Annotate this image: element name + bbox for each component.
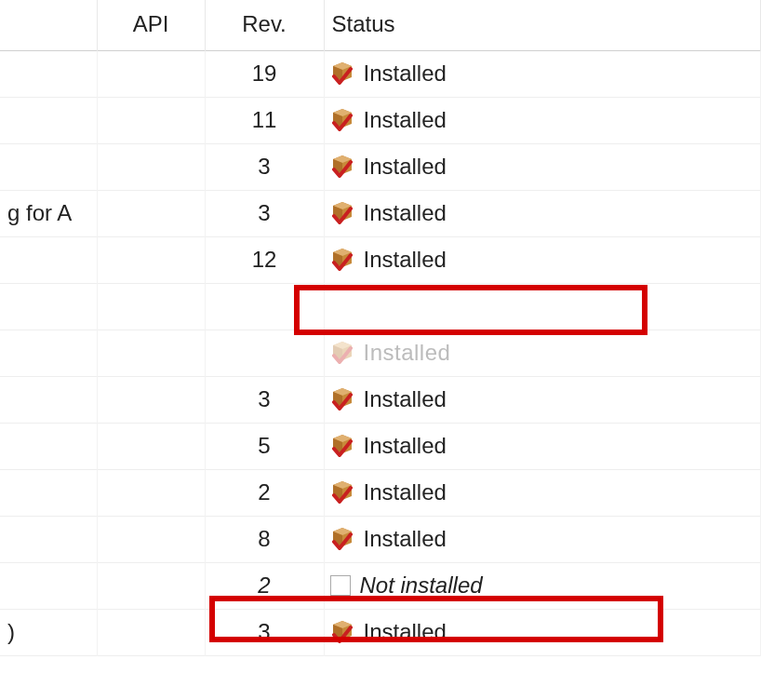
- cell-name: [0, 516, 97, 562]
- installed-icon: [330, 435, 354, 457]
- cell-api: [97, 516, 205, 562]
- status-text: Installed: [364, 386, 447, 412]
- status-text: Installed: [364, 526, 447, 552]
- cell-api: [97, 330, 205, 376]
- cell-name: [0, 50, 97, 97]
- cell-api: [97, 50, 205, 97]
- cell-name: [0, 283, 97, 330]
- cell-rev: 8: [205, 516, 324, 562]
- cell-api: [97, 236, 205, 283]
- cell-rev: 2: [205, 562, 324, 609]
- status-text: Not installed: [360, 572, 483, 599]
- column-header-status[interactable]: Status: [324, 0, 761, 50]
- table-row[interactable]: 19 Installed: [0, 50, 761, 97]
- cell-status: Installed: [324, 469, 761, 516]
- package-table[interactable]: API Rev. Status 19 Installed11 Installed…: [0, 0, 761, 656]
- status-text: Installed: [364, 479, 447, 505]
- cell-status: Installed: [324, 423, 761, 469]
- table-row[interactable]: 5 Installed: [0, 423, 761, 469]
- cell-api: [97, 469, 205, 516]
- cell-status: Installed: [324, 609, 761, 655]
- cell-name: [0, 330, 97, 376]
- cell-rev: 3: [205, 190, 324, 236]
- installed-icon: [330, 342, 354, 364]
- status-text: Installed: [364, 61, 447, 87]
- installed-icon: [330, 388, 354, 411]
- cell-rev: [205, 283, 324, 330]
- installed-icon: [330, 528, 354, 550]
- column-header-api[interactable]: API: [97, 0, 205, 50]
- installed-icon: [330, 621, 354, 643]
- installed-icon: [330, 62, 354, 85]
- table-row[interactable]: 11 Installed: [0, 97, 761, 143]
- cell-status: [324, 283, 761, 330]
- cell-api: [97, 562, 205, 609]
- table-row[interactable]: 8 Installed: [0, 516, 761, 562]
- table-row[interactable]: 12 Installed: [0, 236, 761, 283]
- cell-status: Installed: [324, 376, 761, 423]
- cell-api: [97, 190, 205, 236]
- status-text: Installed: [364, 107, 447, 133]
- cell-name: [0, 376, 97, 423]
- column-header-rev[interactable]: Rev.: [205, 0, 324, 50]
- installed-icon: [330, 109, 354, 131]
- cell-name: ): [0, 609, 97, 655]
- cell-name: [0, 469, 97, 516]
- cell-name: [0, 97, 97, 143]
- cell-api: [97, 423, 205, 469]
- table-row[interactable]: 3 Installed: [0, 143, 761, 190]
- cell-rev: 11: [205, 97, 324, 143]
- installed-icon: [330, 202, 354, 224]
- cell-api: [97, 376, 205, 423]
- table-row[interactable]: g for A3 Installed: [0, 190, 761, 236]
- table-header-row: API Rev. Status: [0, 0, 761, 50]
- column-header-name[interactable]: [0, 0, 97, 50]
- cell-status: Installed: [324, 516, 761, 562]
- cell-rev: 3: [205, 609, 324, 655]
- not-installed-icon: [330, 575, 351, 596]
- cell-status: Installed: [324, 330, 761, 376]
- cell-rev: 5: [205, 423, 324, 469]
- cell-status: Installed: [324, 50, 761, 97]
- table-row[interactable]: )3 Installed: [0, 609, 761, 655]
- cell-name: [0, 143, 97, 190]
- table-row[interactable]: Installed: [0, 330, 761, 376]
- cell-status: Installed: [324, 143, 761, 190]
- table-row[interactable]: 2 Installed: [0, 469, 761, 516]
- cell-status: Installed: [324, 190, 761, 236]
- cell-api: [97, 143, 205, 190]
- cell-rev: 2: [205, 469, 324, 516]
- cell-rev: [205, 330, 324, 376]
- status-text: Installed: [364, 433, 447, 459]
- cell-name: [0, 423, 97, 469]
- installed-icon: [330, 155, 354, 178]
- cell-name: [0, 236, 97, 283]
- cell-status: Installed: [324, 97, 761, 143]
- status-text: Installed: [364, 154, 447, 180]
- cell-name: g for A: [0, 190, 97, 236]
- installed-icon: [330, 481, 354, 504]
- status-text: Installed: [364, 200, 447, 226]
- cell-rev: 12: [205, 236, 324, 283]
- cell-api: [97, 97, 205, 143]
- table-row[interactable]: 3 Installed: [0, 376, 761, 423]
- installed-icon: [330, 249, 354, 271]
- cell-status: Not installed: [324, 562, 761, 609]
- cell-rev: 3: [205, 143, 324, 190]
- status-text: Installed: [364, 340, 451, 366]
- cell-rev: 3: [205, 376, 324, 423]
- status-text: Installed: [364, 247, 447, 273]
- cell-api: [97, 283, 205, 330]
- table-row[interactable]: 2Not installed: [0, 562, 761, 609]
- cell-rev: 19: [205, 50, 324, 97]
- status-text: Installed: [364, 619, 447, 645]
- cell-status: Installed: [324, 236, 761, 283]
- cell-name: [0, 562, 97, 609]
- cell-api: [97, 609, 205, 655]
- table-row[interactable]: [0, 283, 761, 330]
